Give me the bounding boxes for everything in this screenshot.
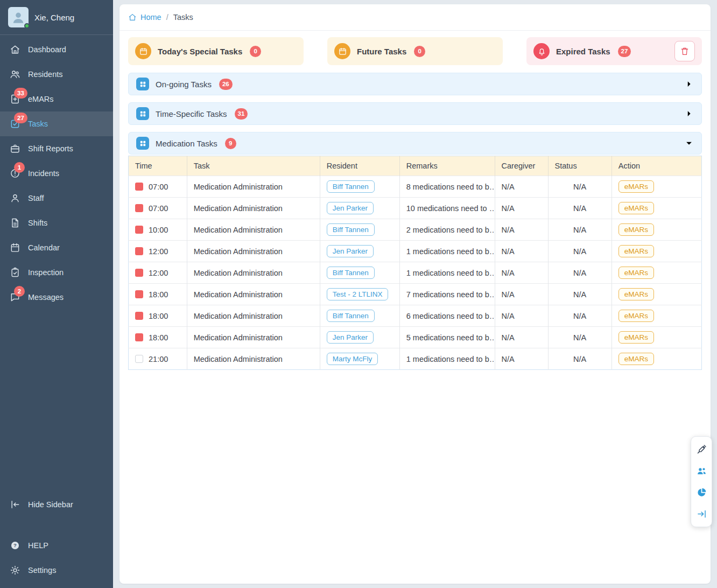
column-header-resident: Resident — [320, 156, 399, 176]
calendar-icon — [334, 43, 350, 59]
syringe-button[interactable] — [692, 439, 711, 459]
resident-link[interactable]: Jen Parker — [327, 245, 374, 257]
sidebar-item-incidents[interactable]: 1Incidents — [0, 161, 113, 186]
grid-icon — [136, 107, 149, 120]
sidebar-item-emars[interactable]: 33eMARs — [0, 87, 113, 111]
todays-special-tasks-card[interactable]: Today's Special Tasks 0 — [128, 37, 304, 65]
task-name: Medication Administration — [187, 262, 320, 284]
table-row: 18:00Medication AdministrationTest - 2 L… — [129, 284, 702, 305]
user-name: Xie, Cheng — [34, 13, 74, 22]
sidebar-item-messages[interactable]: 2Messages — [0, 285, 113, 310]
sidebar-item-tasks[interactable]: 27Tasks — [0, 111, 113, 136]
section-label: Medication Tasks — [156, 139, 217, 148]
syringe-icon — [696, 444, 707, 455]
resident-link[interactable]: Jen Parker — [327, 202, 374, 214]
sidebar-item-settings[interactable]: Settings — [0, 558, 113, 583]
expired-tasks-card[interactable]: Expired Tasks 27 — [526, 37, 702, 65]
residents-icon — [10, 69, 20, 80]
task-name: Medication Administration — [187, 198, 320, 219]
sidebar-item-inspection[interactable]: Inspection — [0, 260, 113, 285]
task-remarks: 1 medications need to b… — [399, 348, 495, 370]
task-caregiver: N/A — [495, 219, 548, 241]
section-count-badge: 26 — [219, 79, 233, 90]
emars-button[interactable]: eMARs — [618, 310, 654, 322]
resident-link[interactable]: Biff Tannen — [327, 180, 375, 193]
task-status: N/A — [548, 219, 611, 241]
emars-button[interactable]: eMARs — [618, 267, 654, 279]
sidebar-item-label: Incidents — [28, 169, 59, 178]
user-profile[interactable]: Xie, Cheng — [0, 0, 113, 34]
task-checkbox[interactable] — [135, 204, 143, 212]
task-caregiver: N/A — [495, 176, 548, 198]
sidebar-item-hide-sidebar[interactable]: Hide Sidebar — [0, 492, 113, 517]
task-time: 18:00 — [149, 333, 168, 342]
emars-button[interactable]: eMARs — [618, 353, 654, 365]
column-header-time: Time — [129, 156, 187, 176]
breadcrumb-current: Tasks — [173, 13, 193, 22]
task-checkbox[interactable] — [135, 226, 143, 234]
task-checkbox[interactable] — [135, 247, 143, 255]
shift-reports-icon — [10, 143, 20, 154]
sidebar-item-calendar[interactable]: Calendar — [0, 235, 113, 260]
emars-button[interactable]: eMARs — [618, 180, 654, 193]
emars-button[interactable]: eMARs — [618, 331, 654, 344]
collapse-panel-button[interactable] — [692, 504, 711, 524]
trash-icon — [680, 46, 690, 56]
future-tasks-card[interactable]: Future Tasks 0 — [327, 37, 503, 65]
task-name: Medication Administration — [187, 305, 320, 327]
task-checkbox[interactable] — [135, 312, 143, 320]
chevron-down-icon — [684, 138, 694, 148]
task-status: N/A — [548, 176, 611, 198]
task-remarks: 7 medications need to b… — [399, 284, 495, 305]
time-specific-tasks-section[interactable]: Time-Specific Tasks 31 — [128, 102, 702, 125]
sidebar-item-shifts[interactable]: Shifts — [0, 211, 113, 235]
emars-button[interactable]: eMARs — [618, 202, 654, 214]
task-name: Medication Administration — [187, 241, 320, 262]
sidebar-item-dashboard[interactable]: Dashboard — [0, 37, 113, 62]
column-header-remarks: Remarks — [399, 156, 495, 176]
resident-link[interactable]: Marty McFly — [327, 353, 378, 365]
task-checkbox[interactable] — [135, 355, 143, 363]
sidebar-item-shift-reports[interactable]: Shift Reports — [0, 136, 113, 161]
medication-tasks-section[interactable]: Medication Tasks 9 — [128, 132, 702, 155]
task-time: 07:00 — [149, 204, 168, 213]
sidebar-item-residents[interactable]: Residents — [0, 62, 113, 87]
emars-button[interactable]: eMARs — [618, 288, 654, 300]
resident-link[interactable]: Jen Parker — [327, 331, 374, 344]
emars-button[interactable]: eMARs — [618, 223, 654, 236]
table-header-row: TimeTaskResidentRemarksCaregiverStatusAc… — [129, 156, 702, 176]
floating-toolbar — [691, 436, 712, 527]
breadcrumb-home-link[interactable]: Home — [128, 13, 161, 22]
sidebar-item-label: Tasks — [28, 120, 48, 128]
ongoing-tasks-section[interactable]: On-going Tasks 26 — [128, 73, 702, 95]
resident-link[interactable]: Biff Tannen — [327, 310, 375, 322]
task-time: 12:00 — [149, 247, 168, 256]
task-checkbox[interactable] — [135, 333, 143, 341]
task-checkbox[interactable] — [135, 269, 143, 277]
task-caregiver: N/A — [495, 348, 548, 370]
team-button[interactable] — [692, 461, 711, 481]
resident-link[interactable]: Biff Tannen — [327, 223, 375, 236]
task-checkbox[interactable] — [135, 290, 143, 298]
sidebar-item-label: Messages — [28, 293, 64, 302]
task-time: 12:00 — [149, 269, 168, 277]
pie-chart-button[interactable] — [692, 482, 711, 502]
delete-expired-tasks-button[interactable] — [674, 41, 695, 61]
sidebar-count-badge: 27 — [14, 113, 27, 123]
task-time: 18:00 — [149, 290, 168, 299]
task-checkbox[interactable] — [135, 183, 143, 191]
task-name: Medication Administration — [187, 284, 320, 305]
column-header-task: Task — [187, 156, 320, 176]
task-status: N/A — [548, 241, 611, 262]
sidebar-item-staff[interactable]: Staff — [0, 186, 113, 211]
resident-link[interactable]: Biff Tannen — [327, 267, 375, 279]
table-row: 10:00Medication AdministrationBiff Tanne… — [129, 219, 702, 241]
inspection-icon — [10, 267, 20, 278]
sidebar-item-help[interactable]: ?HELP — [0, 533, 113, 558]
resident-link[interactable]: Test - 2 LTLINX — [327, 288, 389, 300]
emars-button[interactable]: eMARs — [618, 245, 654, 257]
sidebar-item-label: Residents — [28, 70, 62, 79]
chevron-right-icon — [684, 109, 694, 118]
card-label: Future Tasks — [357, 47, 406, 56]
shifts-icon — [10, 218, 20, 228]
